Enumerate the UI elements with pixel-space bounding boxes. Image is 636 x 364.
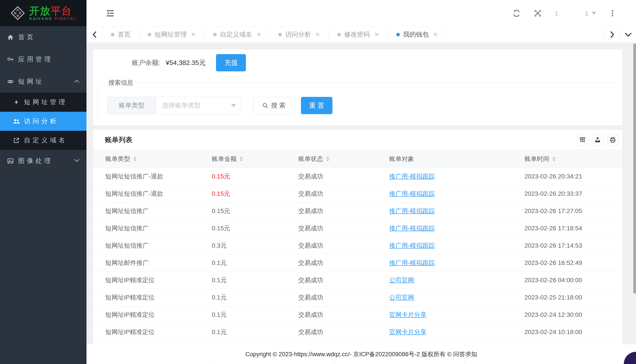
key-icon	[7, 56, 14, 63]
bill-object-link[interactable]: 推广用-模拟跟踪	[389, 173, 435, 180]
sort-carets-icon[interactable]	[326, 156, 329, 162]
column-header-3: 账单对象	[377, 155, 512, 163]
tab-status-dot	[148, 33, 151, 36]
table-body: 短网址短信推广-退款0.15元交易成功推广用-模拟跟踪2023-02-26 20…	[93, 168, 622, 341]
tab-status-dot	[396, 33, 400, 36]
cell-bill-status: 交易成功	[286, 172, 377, 181]
cell-bill-type: 短网址短信推广-退款	[93, 190, 200, 198]
search-button[interactable]: 搜 索	[253, 97, 295, 114]
bill-object-link[interactable]: 官网卡片分享	[389, 311, 426, 318]
cell-bill-amount: 0.3元	[200, 242, 286, 250]
users-icon	[13, 118, 20, 124]
bill-list-card: 账单列表	[93, 130, 622, 344]
reset-button[interactable]: 重 置	[301, 97, 332, 114]
user-name-fragment: 1	[585, 10, 588, 17]
refresh-button[interactable]	[512, 9, 521, 18]
recharge-button[interactable]: 充值	[216, 54, 246, 72]
column-settings-button[interactable]	[577, 134, 588, 146]
table-row: 短网址短信推广0.15元交易成功推广用-模拟跟踪2023-02-26 17:27…	[93, 202, 622, 220]
table-row: 短网址短信推广0.15元交易成功推广用-模拟跟踪2023-02-26 17:18…	[93, 220, 622, 237]
sidebar-item-visit-analysis[interactable]: 访问分析	[0, 112, 87, 131]
bill-list-title: 账单列表	[105, 135, 577, 144]
balance-value: ¥54,382.35元	[166, 58, 206, 68]
balance-card: 账户余额: ¥54,382.35元 充值 搜索信息 账单类型 选择账单类型	[93, 50, 622, 125]
tabs-dropdown-button[interactable]	[620, 26, 636, 42]
cell-bill-status: 交易成功	[286, 276, 377, 284]
tab-自定义域名[interactable]: 自定义域名✕	[205, 26, 270, 42]
user-name-mask: ····	[562, 10, 581, 17]
search-legend: 搜索信息	[106, 78, 136, 87]
fullscreen-icon	[533, 9, 542, 18]
svg-text:求: 求	[16, 14, 19, 18]
sort-carets-icon[interactable]	[552, 156, 555, 162]
bill-object-link[interactable]: 公司官网	[389, 294, 414, 301]
cell-bill-time: 2023-02-26 17:14:53	[512, 242, 622, 249]
tab-首页[interactable]: 首页	[103, 26, 139, 42]
sidebar-item-short-url[interactable]: 短网址	[0, 70, 87, 93]
print-button[interactable]	[607, 134, 618, 146]
bill-object-link[interactable]: 推广用-模拟跟踪	[389, 190, 435, 197]
kebab-menu-icon	[608, 9, 616, 17]
clipped-text-sliver: Copyright © 2023-https://www.wdqz.cc/- 京…	[95, 363, 552, 364]
sidebar-item-app-management[interactable]: 应用管理	[0, 48, 87, 70]
cell-bill-time: 2023-02-25 21:18:00	[512, 294, 622, 301]
cell-bill-type: 短网址IP精准定位	[93, 276, 200, 284]
table-row: 短网址短信推广-退款0.15元交易成功推广用-模拟跟踪2023-02-26 20…	[93, 185, 622, 202]
sort-carets-icon[interactable]	[133, 156, 136, 162]
cell-bill-amount: 0.1元	[200, 276, 286, 284]
column-header-1: 账单金额	[200, 155, 286, 163]
sidebar-menu: 首页应用管理短网址短网址管理访问分析自定义域名图像处理	[0, 26, 87, 364]
tab-我的钱包[interactable]: 我的钱包✕	[388, 26, 447, 42]
table-row: 短网址短信推广0.3元交易成功推广用-模拟跟踪2023-02-26 17:14:…	[93, 237, 622, 254]
cell-bill-amount: 0.1元	[200, 328, 286, 336]
table-row: 短网址IP精准定位0.1元交易成功官网卡片分享2023-02-24 12:30:…	[93, 306, 622, 324]
tabs-scroll-right-button[interactable]	[604, 26, 620, 42]
column-header-0: 账单类型	[93, 155, 200, 163]
tab-close-icon[interactable]: ✕	[433, 31, 438, 38]
tabs-list: 首页短网址管理✕自定义域名✕访问分析✕修改密码✕我的钱包✕	[103, 26, 604, 42]
chevron-down-icon	[624, 32, 632, 37]
cell-bill-amount: 0.15元	[200, 190, 286, 198]
bill-object-link[interactable]: 推广用-模拟跟踪	[389, 208, 435, 214]
sidebar-item-custom-domain[interactable]: 自定义域名	[0, 131, 87, 150]
bill-object-link[interactable]: 推广用-模拟跟踪	[389, 259, 435, 266]
tab-status-dot	[337, 33, 341, 36]
bill-object-link[interactable]: 推广用-模拟跟踪	[389, 242, 435, 249]
cell-bill-time: 2023-02-26 20:34:21	[512, 173, 622, 180]
bill-object-link[interactable]: 推广用-模拟跟踪	[389, 225, 435, 232]
tab-修改密码[interactable]: 修改密码✕	[329, 26, 388, 42]
tabs-scroll-left-button[interactable]	[87, 26, 103, 42]
main-area: 1 ···· 1 首页短网址管理✕自定义域名✕访问分析✕修改密码✕我的钱包✕	[87, 0, 636, 364]
sidebar-item-short-url-management[interactable]: 短网址管理	[0, 93, 87, 112]
sidebar-item-image-processing[interactable]: 图像处理	[0, 150, 87, 172]
cell-bill-type: 短网址短信推广	[93, 242, 200, 250]
sidebar-collapse-button[interactable]	[106, 9, 115, 18]
sidebar-item-home[interactable]: 首页	[0, 26, 87, 48]
bill-object-link[interactable]: 公司官网	[389, 277, 414, 284]
bill-object-link[interactable]: 官网卡片分享	[389, 328, 426, 336]
sort-carets-icon[interactable]	[240, 156, 243, 162]
tab-close-icon[interactable]: ✕	[191, 31, 196, 38]
tab-访问分析[interactable]: 访问分析✕	[270, 26, 329, 42]
tabbar: 首页短网址管理✕自定义域名✕访问分析✕修改密码✕我的钱包✕	[87, 26, 636, 43]
user-menu[interactable]: 1 ···· 1	[555, 10, 596, 17]
tab-close-icon[interactable]: ✕	[256, 31, 261, 38]
vertical-scrollbar[interactable]	[633, 44, 636, 294]
bill-type-select[interactable]: 选择账单类型	[156, 97, 242, 114]
cell-bill-type: 短网址短信推广	[93, 207, 200, 215]
table-row: 短网址IP精准定位0.1元交易成功官网卡片分享2023-02-24 10:18:…	[93, 324, 622, 341]
fullscreen-button[interactable]	[533, 9, 542, 18]
column-header-4: 账单时间	[512, 155, 622, 163]
tab-close-icon[interactable]: ✕	[374, 31, 379, 38]
cell-bill-amount: 0.15元	[200, 224, 286, 232]
more-menu-button[interactable]	[608, 9, 616, 17]
tab-close-icon[interactable]: ✕	[315, 31, 320, 38]
cell-bill-time: 2023-02-26 17:18:54	[512, 225, 622, 232]
tab-短网址管理[interactable]: 短网址管理✕	[139, 26, 205, 42]
collapse-icon	[106, 9, 115, 18]
export-button[interactable]	[592, 134, 603, 146]
column-header-2: 账单状态	[286, 155, 377, 163]
cell-bill-status: 交易成功	[286, 242, 377, 250]
refresh-icon	[512, 9, 521, 18]
cell-bill-type: 短网址邮件推广	[93, 259, 200, 267]
